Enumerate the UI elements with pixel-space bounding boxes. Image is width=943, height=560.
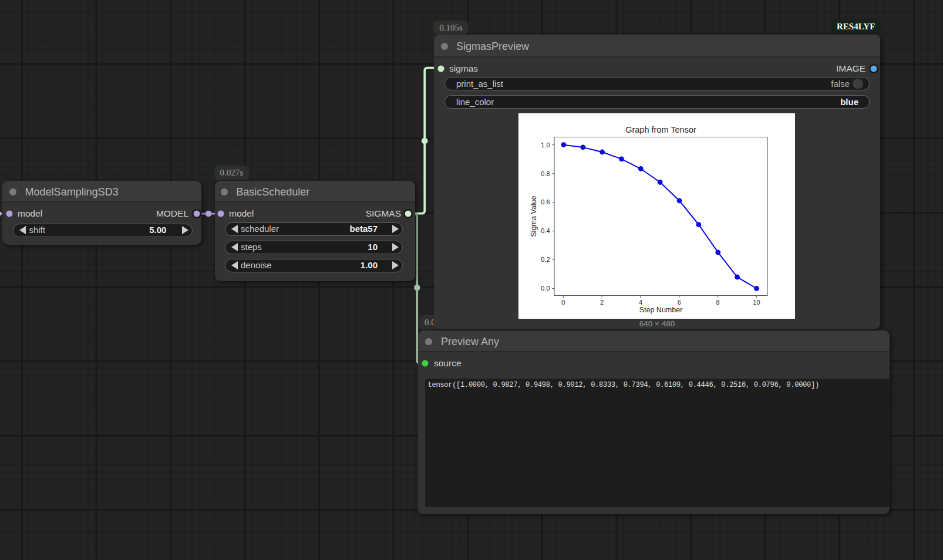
svg-text:Step Number: Step Number: [639, 305, 683, 313]
svg-text:6: 6: [678, 299, 681, 306]
svg-text:0.8: 0.8: [541, 170, 550, 177]
svg-text:1.0: 1.0: [541, 141, 550, 148]
svg-text:0.6: 0.6: [541, 198, 550, 205]
svg-text:Sigma Value: Sigma Value: [530, 195, 538, 237]
svg-text:Graph from Tensor: Graph from Tensor: [625, 125, 696, 134]
svg-text:0.2: 0.2: [541, 256, 550, 263]
svg-text:0.0: 0.0: [541, 285, 550, 292]
svg-text:2: 2: [600, 299, 604, 306]
svg-text:0: 0: [561, 299, 565, 306]
svg-text:0.4: 0.4: [541, 227, 550, 234]
svg-text:10: 10: [753, 299, 760, 306]
svg-text:4: 4: [639, 299, 642, 306]
svg-text:8: 8: [716, 299, 720, 306]
